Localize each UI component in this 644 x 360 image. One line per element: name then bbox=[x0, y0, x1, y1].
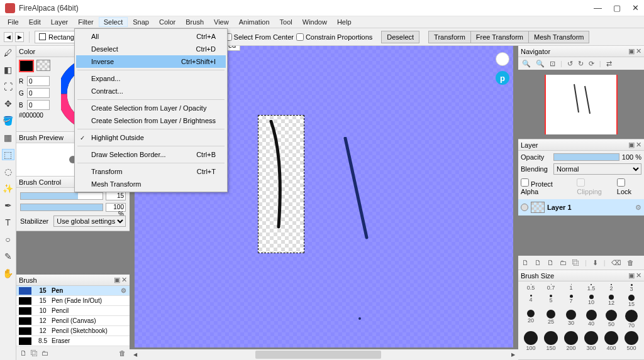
brush-size-1[interactable]: 1 bbox=[562, 284, 580, 292]
shape-tool[interactable]: ○ bbox=[2, 234, 14, 245]
delete-layer-icon[interactable]: 🗑 bbox=[627, 259, 634, 266]
minimize-button[interactable]: — bbox=[594, 3, 602, 13]
brush-size-40[interactable]: 40 bbox=[582, 310, 600, 329]
dup-layer-icon[interactable]: ⿻ bbox=[572, 259, 579, 266]
delete-brush-icon[interactable]: 🗑 bbox=[119, 349, 126, 357]
menuitem-draw-selection-border-[interactable]: Draw Selection Border...Ctrl+B bbox=[76, 148, 226, 161]
brush-size-500[interactable]: 500 bbox=[623, 331, 640, 351]
rotate-cw-icon[interactable]: ↻ bbox=[578, 60, 584, 68]
select-from-center-checkbox[interactable]: Select From Center bbox=[225, 33, 294, 41]
brush-size-25[interactable]: 25 bbox=[542, 310, 560, 329]
brush-size-0.7[interactable]: 0.7 bbox=[542, 284, 560, 292]
maximize-button[interactable]: ▢ bbox=[613, 3, 621, 13]
brush-size-200[interactable]: 200 bbox=[562, 331, 580, 351]
brush-size-4[interactable]: 4 bbox=[522, 295, 540, 307]
brush-size-30[interactable]: 30 bbox=[562, 310, 580, 329]
background-swatch[interactable] bbox=[36, 60, 50, 71]
gear-icon[interactable]: ⚙ bbox=[635, 204, 641, 212]
new-layer-1bit-icon[interactable]: 🗋 bbox=[547, 259, 554, 266]
new-brush-icon[interactable]: 🗋 bbox=[20, 349, 27, 357]
flip-icon[interactable]: ⇄ bbox=[606, 60, 612, 68]
layer-visibility-toggle[interactable] bbox=[521, 204, 528, 211]
navigator-view[interactable] bbox=[546, 75, 616, 134]
zoom-in-icon[interactable]: 🔍 bbox=[536, 60, 545, 68]
select-menu-dropdown[interactable]: AllCtrl+ADeselectCtrl+DInverseCtrl+Shift… bbox=[74, 28, 228, 192]
brush-size-value[interactable]: 15 bbox=[106, 192, 126, 200]
new-layer-8bit-icon[interactable]: 🗋 bbox=[535, 259, 541, 266]
menu-snap[interactable]: Snap bbox=[128, 17, 154, 27]
brush-size-70[interactable]: 70 bbox=[623, 310, 640, 329]
r-input[interactable] bbox=[27, 76, 50, 86]
zoom-out-icon[interactable]: 🔍 bbox=[522, 60, 531, 68]
menu-brush[interactable]: Brush bbox=[180, 17, 209, 27]
brush-size-10[interactable]: 10 bbox=[582, 295, 600, 307]
brush-row[interactable]: 15Pen (Fade In/Out) bbox=[16, 296, 130, 306]
merge-icon[interactable]: ⬇ bbox=[592, 259, 598, 267]
menuitem-mesh-transform[interactable]: Mesh Transform bbox=[76, 178, 226, 190]
mascot-badge[interactable] bbox=[496, 52, 509, 66]
dup-brush-icon[interactable]: ⿻ bbox=[31, 349, 38, 357]
gradient-tool[interactable]: ▦ bbox=[2, 132, 14, 143]
blending-select[interactable]: Normal bbox=[553, 163, 641, 175]
new-folder-icon[interactable]: 🗀 bbox=[560, 259, 567, 266]
menu-view[interactable]: View bbox=[209, 17, 234, 27]
free-transform-button[interactable]: Free Transform bbox=[471, 31, 529, 43]
menuitem-inverse[interactable]: InverseCtrl+Shift+I bbox=[76, 55, 226, 68]
brush-size-12[interactable]: 12 bbox=[602, 295, 620, 307]
clipping-checkbox[interactable]: Clipping bbox=[577, 178, 612, 195]
menuitem-contract-[interactable]: Contract... bbox=[76, 85, 226, 97]
foreground-swatch[interactable] bbox=[19, 60, 34, 72]
eraser-tool[interactable]: ◧ bbox=[2, 64, 14, 75]
menu-help[interactable]: Help bbox=[332, 17, 357, 27]
deselect-button[interactable]: Deselect bbox=[381, 31, 419, 43]
menu-animation[interactable]: Animation bbox=[234, 17, 275, 27]
menuitem-deselect[interactable]: DeselectCtrl+D bbox=[76, 43, 226, 55]
brush-tool[interactable]: 🖊 bbox=[2, 47, 14, 58]
menu-layer[interactable]: Layer bbox=[46, 17, 74, 27]
stabilizer-select[interactable]: Use global settings bbox=[53, 215, 126, 227]
clear-icon[interactable]: ⌫ bbox=[611, 259, 621, 267]
menu-window[interactable]: Window bbox=[297, 17, 332, 27]
select-tool[interactable]: ⬚ bbox=[2, 149, 14, 160]
menuitem-create-selection-from-layer-brightness[interactable]: Create Selection from Layer / Brightness bbox=[76, 114, 226, 127]
brush-size-1.5[interactable]: 1.5 bbox=[582, 284, 600, 292]
menu-edit[interactable]: Edit bbox=[24, 17, 46, 27]
brush-size-20[interactable]: 20 bbox=[522, 310, 540, 329]
lock-checkbox[interactable]: Lock bbox=[617, 178, 641, 195]
brush-size-2[interactable]: 2 bbox=[602, 284, 620, 292]
protect-alpha-checkbox[interactable]: Protect Alpha bbox=[521, 178, 572, 195]
mesh-transform-button[interactable]: Mesh Transform bbox=[529, 31, 589, 43]
brush-size-150[interactable]: 150 bbox=[542, 331, 560, 351]
brush-opacity-slider[interactable] bbox=[20, 204, 103, 211]
menu-file[interactable]: File bbox=[3, 17, 24, 27]
g-input[interactable] bbox=[27, 88, 50, 98]
menuitem-expand-[interactable]: Expand... bbox=[76, 72, 226, 85]
text-tool[interactable]: T bbox=[2, 217, 14, 228]
menuitem-transform[interactable]: TransformCtrl+T bbox=[76, 165, 226, 178]
transform-button[interactable]: Transform bbox=[428, 31, 471, 43]
move-tool[interactable]: ✥ bbox=[2, 98, 14, 109]
brush-row[interactable]: 12Pencil (Canvas) bbox=[16, 316, 130, 326]
brush-row[interactable]: 8.5Eraser bbox=[16, 336, 130, 346]
menu-tool[interactable]: Tool bbox=[275, 17, 297, 27]
brush-row[interactable]: 10Pencil bbox=[16, 306, 130, 316]
constrain-proportions-checkbox[interactable]: Constrain Proportions bbox=[296, 33, 372, 41]
brush-size-slider[interactable] bbox=[20, 192, 103, 200]
b-input[interactable] bbox=[27, 100, 50, 110]
menuitem-all[interactable]: AllCtrl+A bbox=[76, 30, 226, 43]
brush-row[interactable]: 12Pencil (Sketchbook) bbox=[16, 326, 130, 336]
rotate-ccw-icon[interactable]: ↺ bbox=[567, 60, 573, 68]
menuitem-highlight-outside[interactable]: ✓Highlight Outside bbox=[76, 131, 226, 144]
layer-opacity-slider[interactable] bbox=[553, 153, 619, 161]
brush-opacity-value[interactable]: 100 % bbox=[106, 203, 126, 212]
layer-item[interactable]: Layer 1 ⚙ bbox=[518, 199, 644, 215]
fit-icon[interactable]: ⊡ bbox=[550, 60, 555, 68]
brush-size-5[interactable]: 5 bbox=[542, 295, 560, 307]
pen-tool[interactable]: ✒ bbox=[2, 200, 14, 211]
prev-button[interactable]: ◀ bbox=[4, 32, 13, 42]
close-button[interactable]: ✕ bbox=[632, 3, 639, 13]
hand-tool[interactable]: ✋ bbox=[2, 268, 14, 279]
fill-tool[interactable]: 🪣 bbox=[2, 115, 14, 126]
brush-size-50[interactable]: 50 bbox=[602, 310, 620, 329]
brush-size-7[interactable]: 7 bbox=[562, 295, 580, 307]
